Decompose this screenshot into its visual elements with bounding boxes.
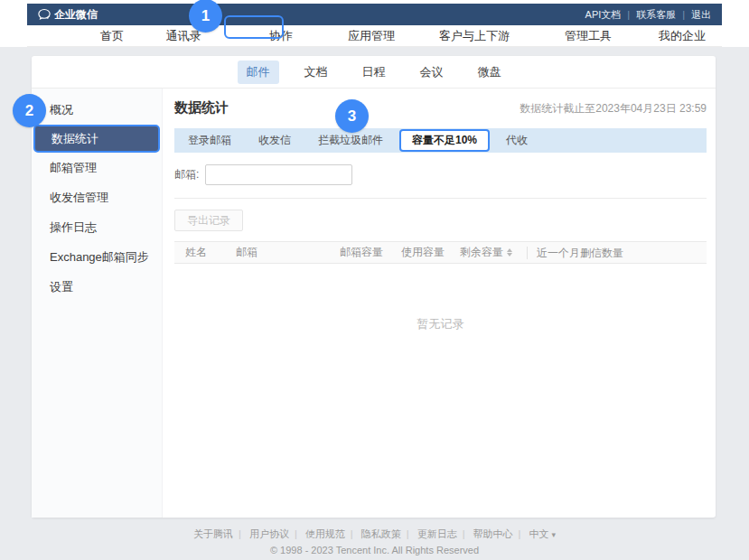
footer-link-usage-rules[interactable]: 使用规范 [305, 528, 359, 539]
footer-language-selector[interactable]: 中文 [529, 528, 549, 539]
sidebar-item-overview[interactable]: 概况 [32, 95, 162, 125]
mailbox-filter-input[interactable] [205, 164, 352, 185]
column-header-remaining-label: 剩余容量 [460, 245, 503, 260]
footer-link-about-tencent[interactable]: 关于腾讯 [193, 528, 247, 539]
column-header-name: 姓名 [174, 245, 236, 260]
footer-link-user-agreement[interactable]: 用户协议 [249, 528, 303, 539]
main-header: 数据统计 数据统计截止至2023年04月23日 23:59 [174, 99, 707, 117]
tab-meeting[interactable]: 会议 [411, 61, 453, 84]
mail-sidebar: 概况 数据统计 邮箱管理 收发信管理 操作日志 Exchange邮箱同步 设置 [32, 89, 163, 518]
export-records-button[interactable]: 导出记录 [174, 210, 243, 231]
table-header-row: 姓名 邮箱 邮箱容量 使用容量 剩余容量 近一个月删信数量 [174, 241, 707, 264]
column-header-capacity: 邮箱容量 [340, 245, 401, 260]
footer-link-privacy-policy[interactable]: 隐私政策 [361, 528, 415, 539]
statistics-deadline: 数据统计截止至2023年04月23日 23:59 [520, 101, 707, 117]
section-divider [174, 198, 707, 199]
tab-mail[interactable]: 邮件 [238, 61, 279, 84]
stat-tab-proxy-receive[interactable]: 代收 [492, 128, 541, 153]
tab-calendar[interactable]: 日程 [353, 61, 395, 84]
empty-state-text: 暂无记录 [174, 316, 707, 332]
sidebar-item-data-statistics[interactable]: 数据统计 [33, 125, 160, 153]
annotation-badge-1: 1 [189, 0, 222, 33]
column-header-remaining[interactable]: 剩余容量 [460, 245, 527, 260]
stat-tab-send-receive[interactable]: 收发信 [245, 128, 304, 153]
card-body: 概况 数据统计 邮箱管理 收发信管理 操作日志 Exchange邮箱同步 设置 … [32, 89, 716, 518]
api-docs-link[interactable]: API文档 [585, 8, 637, 22]
nav-item-admin-tools[interactable]: 管理工具 [565, 25, 612, 46]
nav-item-app-management[interactable]: 应用管理 [348, 25, 395, 46]
nav-item-home[interactable]: 首页 [100, 25, 124, 46]
footer-link-changelog[interactable]: 更新日志 [417, 528, 471, 539]
copyright-text: © 1998 - 2023 Tencent Inc. All Rights Re… [0, 545, 749, 555]
nav-item-collaboration[interactable]: 协作 [269, 25, 293, 46]
wechat-work-bubble-icon [38, 8, 51, 21]
column-header-mailbox: 邮箱 [236, 245, 340, 260]
page-title: 数据统计 [174, 99, 229, 117]
main-panel: 数据统计 数据统计截止至2023年04月23日 23:59 登录邮箱 收发信 拦… [163, 89, 716, 518]
main-nav: 首页 通讯录 协作 应用管理 客户与上下游 管理工具 我的企业 [27, 25, 722, 47]
app-logo: 企业微信 [38, 7, 98, 23]
tab-docs[interactable]: 文档 [295, 61, 337, 84]
sidebar-item-operation-log[interactable]: 操作日志 [32, 212, 162, 242]
app-logo-text: 企业微信 [54, 7, 98, 23]
active-nav-indicator [233, 37, 253, 39]
sidebar-item-send-receive-management[interactable]: 收发信管理 [32, 182, 162, 212]
contact-support-link[interactable]: 联系客服 [636, 8, 691, 22]
page-footer: 关于腾讯 用户协议 使用规范 隐私政策 更新日志 帮助中心 中文▾ © 1998… [0, 527, 749, 555]
content-card: 邮件 文档 日程 会议 微盘 概况 数据统计 邮箱管理 收发信管理 操作日志 E… [32, 56, 716, 518]
mailbox-filter-label: 邮箱: [174, 167, 199, 182]
stat-tab-low-capacity[interactable]: 容量不足10% [399, 129, 490, 152]
statistics-tabs: 登录邮箱 收发信 拦截垃圾邮件 容量不足10% 代收 [174, 128, 707, 153]
sort-icon[interactable] [507, 248, 512, 257]
nav-item-customers[interactable]: 客户与上下游 [439, 25, 510, 46]
stat-tab-login-mailbox[interactable]: 登录邮箱 [174, 128, 245, 153]
nav-item-my-company[interactable]: 我的企业 [659, 25, 706, 46]
column-header-deleted: 近一个月删信数量 [527, 247, 707, 259]
topbar-links: API文档 联系客服 退出 [585, 8, 711, 22]
sidebar-item-settings[interactable]: 设置 [32, 272, 162, 302]
filter-row: 邮箱: [174, 164, 707, 185]
footer-link-help-center[interactable]: 帮助中心 [473, 528, 527, 539]
annotation-badge-3: 3 [335, 99, 369, 133]
sidebar-item-exchange-sync[interactable]: Exchange邮箱同步 [32, 242, 162, 272]
footer-links: 关于腾讯 用户协议 使用规范 隐私政策 更新日志 帮助中心 中文▾ [0, 527, 749, 541]
annotation-badge-2: 2 [13, 94, 46, 127]
tab-drive[interactable]: 微盘 [469, 61, 510, 84]
sidebar-item-mailbox-management[interactable]: 邮箱管理 [32, 153, 162, 182]
column-header-used: 使用容量 [401, 245, 460, 260]
top-bar: 企业微信 API文档 联系客服 退出 [27, 4, 722, 25]
logout-link[interactable]: 退出 [691, 8, 711, 22]
chevron-down-icon: ▾ [552, 530, 557, 539]
module-tabs: 邮件 文档 日程 会议 微盘 [32, 56, 716, 89]
